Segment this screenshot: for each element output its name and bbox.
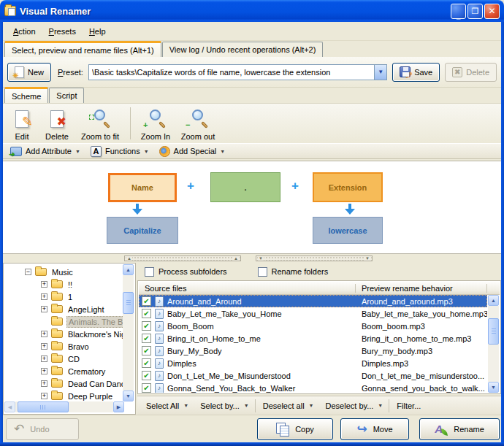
option-checkbox-row[interactable]: ✔ Rename folders [258,267,329,277]
file-checkbox[interactable]: ✔ [142,334,151,343]
node-name[interactable]: Name [108,173,177,202]
expand-icon[interactable]: + [41,355,47,362]
checkbox[interactable]: ✔ [258,267,267,277]
menu-item[interactable]: Presets [43,25,82,38]
expand-icon[interactable]: + [41,331,47,337]
splitter-collapse-up[interactable]: ▲ ▲ [124,255,241,261]
save-preset-button[interactable]: ✎ Save [392,63,440,82]
delete-node-button[interactable]: ✖ Delete [41,106,73,142]
collapse-icon[interactable]: − [25,269,31,275]
selection-toolbar-button[interactable]: Select by... ▼ [194,399,256,412]
file-row[interactable]: ✔ ♪ Boom_Boom Boom_boom.mp3 [139,320,487,332]
scroll-down-icon[interactable]: ▼ [488,382,499,393]
file-row[interactable]: ✔ ♪ Dimples Dimples.mp3 [139,357,487,369]
move-button[interactable]: ↪ Move [340,418,409,440]
preset-dropdown-button[interactable]: ▼ [374,65,386,80]
file-row[interactable]: ✔ ♪ Don_t_Let_Me_be_Misunderstood Don_t_… [139,369,487,382]
node-lowercase-function[interactable]: lowercase [313,217,383,244]
scheme-canvas[interactable]: Name + . + Extension Capitalize lowercas… [3,161,501,254]
file-checkbox[interactable]: ✔ [142,371,151,380]
preset-combobox[interactable]: ▼ [88,64,387,80]
delete-preset-button[interactable]: ✖ Delete [445,63,497,82]
zoom-to-fit-button[interactable]: Zoom to fit [76,106,124,142]
file-checkbox[interactable]: ✔ [142,383,151,393]
file-row[interactable]: ✔ ♪ Bury_My_Body Bury_my_body.mp3 [139,345,487,357]
tree-item[interactable]: + !! [4,278,123,291]
node-extension[interactable]: Extension [313,172,383,202]
file-row[interactable]: ✔ ♪ Bring_it_on_Home_to_me Bring_it_on_h… [139,332,487,345]
tree-item[interactable]: + 1 [4,291,123,303]
maximize-button[interactable]: ❐ [467,4,483,19]
zoom-out-button[interactable]: − Zoom out [177,106,218,142]
file-row[interactable]: ✔ ♪ Around_and_Around Around_and_around.… [139,295,487,307]
tree-item-root[interactable]: − Music [4,266,123,278]
tree-item[interactable]: + Bravo [4,340,123,353]
file-checkbox[interactable]: ✔ [142,358,151,368]
undo-button[interactable]: ↶ Undo [6,418,79,440]
add-special-button[interactable]: Add Special ▼ [156,145,229,158]
new-preset-button[interactable]: ✳ New [7,63,51,82]
selection-toolbar-button[interactable]: Deselect by... ▼ [320,399,390,412]
splitter-collapse-down[interactable]: ▼ ▼ [256,255,373,261]
tree-item[interactable]: + Dead Can Danc [4,377,123,390]
tree-item[interactable]: + Animals. The Be [4,315,123,328]
expand-icon[interactable]: + [41,368,47,374]
tree-item[interactable]: + Deep Purple [4,390,123,401]
preset-input[interactable] [89,68,374,77]
expand-icon[interactable]: + [41,281,47,288]
menu-item[interactable]: Help [83,25,112,38]
tree-vertical-scrollbar[interactable]: ▲ ▼ [123,264,134,401]
minimize-button[interactable]: _ [451,4,466,19]
scrollbar-thumb[interactable] [123,292,134,314]
file-checkbox[interactable]: ✔ [142,296,151,306]
tree-item[interactable]: + Blackmore's Nig [4,328,123,340]
expand-icon[interactable]: + [41,306,47,312]
main-tab-row: Select, preview and rename files (Alt+1)… [3,41,501,57]
file-checkbox[interactable]: ✔ [142,309,151,318]
list-vertical-scrollbar[interactable]: ▲ ▼ [487,295,500,393]
file-checkbox[interactable]: ✔ [142,321,151,331]
expand-icon[interactable]: + [41,343,47,350]
copy-icon [276,423,289,436]
zoom-in-button[interactable]: + Zoom In [137,106,175,142]
tree-item[interactable]: + AngeLight [4,303,123,315]
tree-item[interactable]: + CD [4,353,123,365]
scroll-left-icon[interactable]: ◀ [4,401,15,412]
folder-icon [51,342,63,350]
file-row[interactable]: ✔ ♪ Gonna_Send_You_Back_to_Walker Gonna_… [139,382,487,393]
edit-button[interactable]: ✎ Edit [6,106,38,142]
selection-toolbar-button[interactable]: Filter... ▼ [391,399,427,412]
scrollbar-thumb[interactable] [18,401,69,412]
scroll-up-icon[interactable]: ▲ [488,295,499,306]
tab-select-preview-rename[interactable]: Select, preview and rename files (Alt+1) [4,41,161,57]
selection-toolbar-button[interactable]: Deselect all ▼ [257,399,320,412]
scrollbar-thumb[interactable] [488,318,499,345]
splitter-bar[interactable]: ▲ ▲ ▼ ▼ [3,254,501,263]
tab-script[interactable]: Script [49,88,84,103]
rename-button[interactable]: A Rename [419,418,500,440]
checkbox[interactable]: ✔ [145,267,154,277]
tab-scheme[interactable]: Scheme [4,87,48,103]
menu-item[interactable]: Action [7,25,42,38]
expand-icon[interactable]: + [41,380,47,387]
column-header-preview[interactable]: Preview rename behavior [356,284,487,293]
scroll-down-icon[interactable]: ▼ [123,391,134,401]
file-checkbox[interactable]: ✔ [142,346,151,355]
expand-icon[interactable]: + [41,293,47,300]
scroll-right-icon[interactable]: ▶ [113,401,124,412]
file-row[interactable]: ✔ ♪ Baby_Let_me_Take_you_Home Baby_let_m… [139,307,487,320]
column-header-source-files[interactable]: Source files [139,284,356,293]
tab-view-log-undo[interactable]: View log / Undo recent operations (Alt+2… [162,42,324,57]
expand-icon[interactable]: + [41,393,47,399]
scroll-up-icon[interactable]: ▲ [123,264,134,275]
copy-button[interactable]: Copy [257,418,333,440]
close-button[interactable]: ✕ [484,4,500,19]
selection-toolbar-button[interactable]: Select All ▼ [140,399,194,412]
tree-item[interactable]: + Crematory [4,365,123,377]
functions-button[interactable]: A Functions ▼ [87,145,153,158]
node-capitalize-function[interactable]: Capitalize [107,217,178,244]
node-dot[interactable]: . [210,172,280,202]
tree-horizontal-scrollbar[interactable]: ◀ ▶ [4,401,134,413]
add-attribute-button[interactable]: Add Attribute ▼ [7,145,84,158]
option-checkbox-row[interactable]: ✔ Process subfolders [145,267,227,277]
